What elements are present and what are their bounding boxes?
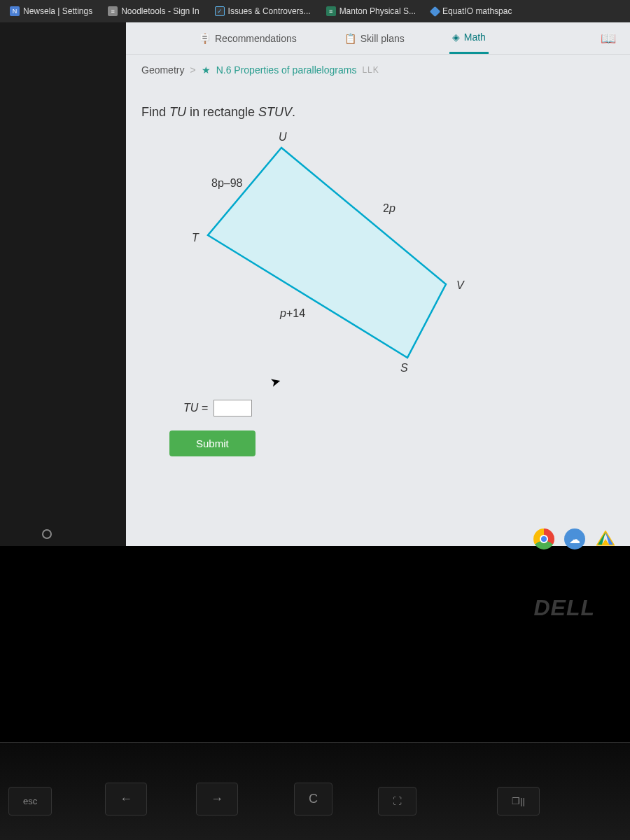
key-esc[interactable]: esc — [8, 787, 52, 816]
favicon-issues: ✓ — [215, 6, 225, 16]
rectangle-diagram: U T V S 8p–98 2p p+14 — [162, 127, 484, 393]
chrome-icon[interactable] — [533, 528, 554, 550]
tab-label: Noodletools - Sign In — [121, 6, 199, 16]
dell-logo: DELL — [533, 595, 595, 621]
tab-label: Newsela | Settings — [23, 6, 92, 16]
question-area: Find TU in rectangle STUV. U T V S 8p–98… — [126, 85, 630, 463]
cloud-app-icon[interactable]: ☁ — [564, 528, 585, 550]
tab-issues[interactable]: ✓ Issues & Controvers... — [211, 4, 315, 19]
nav-label: Skill plans — [360, 33, 405, 44]
key-forward[interactable]: → — [196, 783, 238, 816]
side-TS: p+14 — [280, 307, 305, 320]
nav-math[interactable]: ◈ Math — [449, 22, 489, 54]
submit-button[interactable]: Submit — [169, 430, 255, 456]
key-back[interactable]: ← — [105, 783, 147, 816]
site-nav: 🪧 Recommendations 📋 Skill plans ◈ Math 📖 — [126, 22, 630, 55]
star-icon: ★ — [202, 64, 211, 76]
tab-manton[interactable]: ≡ Manton Physical S... — [322, 4, 420, 19]
vertex-T: T — [192, 232, 199, 244]
tab-label: Issues & Controvers... — [228, 6, 311, 16]
breadcrumb-level: LLK — [362, 65, 379, 75]
signpost-icon: 🪧 — [199, 33, 211, 44]
q-shape: STUV — [258, 105, 292, 119]
favicon-noodletools: ≡ — [108, 6, 118, 16]
browser-tab-strip: N Newsela | Settings ≡ Noodletools - Sig… — [0, 0, 630, 22]
q-prefix: Find — [141, 105, 169, 119]
side-TU: 8p–98 — [211, 177, 243, 190]
rectangle-svg — [162, 127, 484, 393]
nav-label: Recommendations — [215, 33, 297, 44]
svg-marker-0 — [208, 148, 446, 358]
answer-label: TU = — [183, 402, 208, 414]
q-suffix: . — [292, 105, 295, 119]
tab-label: Manton Physical S... — [340, 6, 416, 16]
drive-icon[interactable] — [595, 528, 616, 550]
tab-equatio[interactable]: EquatIO mathspac — [427, 4, 516, 19]
shelf-launcher-icon[interactable] — [42, 529, 52, 539]
favicon-newsela: N — [10, 6, 20, 16]
vertex-V: V — [456, 279, 464, 292]
keyboard: esc ← → C ⛶ ❐|| — [0, 742, 630, 840]
left-dark-area — [0, 22, 126, 546]
screen-area: N Newsela | Settings ≡ Noodletools - Sig… — [0, 0, 630, 546]
breadcrumb-separator: > — [190, 64, 195, 76]
page-content: 🪧 Recommendations 📋 Skill plans ◈ Math 📖… — [126, 22, 630, 546]
key-fullscreen[interactable]: ⛶ — [378, 787, 416, 816]
favicon-equatio — [430, 6, 441, 17]
breadcrumb-skill[interactable]: N.6 Properties of parallelograms — [216, 64, 357, 76]
nav-label: Math — [464, 31, 486, 43]
compass-icon: ◈ — [452, 31, 460, 43]
key-overview[interactable]: ❐|| — [497, 787, 540, 816]
side-UV: 2p — [383, 202, 396, 215]
clipboard-icon: 📋 — [344, 33, 356, 44]
q-segment: TU — [169, 105, 186, 119]
answer-row: TU = — [183, 400, 615, 416]
answer-input[interactable] — [214, 400, 252, 416]
q-middle: in rectangle — [186, 105, 258, 119]
nav-skill-plans[interactable]: 📋 Skill plans — [342, 22, 407, 54]
shelf-icons: ☁ — [533, 528, 616, 550]
tab-noodletools[interactable]: ≡ Noodletools - Sign In — [104, 4, 203, 19]
nav-recommendations[interactable]: 🪧 Recommendations — [196, 22, 300, 54]
breadcrumb: Geometry > ★ N.6 Properties of parallelo… — [126, 55, 630, 85]
vertex-U: U — [279, 131, 287, 144]
tab-label: EquatIO mathspac — [442, 6, 512, 16]
favicon-manton: ≡ — [326, 6, 336, 16]
tab-newsela[interactable]: N Newsela | Settings — [6, 4, 97, 19]
book-icon[interactable]: 📖 — [601, 31, 616, 46]
question-text: Find TU in rectangle STUV. — [141, 105, 615, 120]
vertex-S: S — [400, 362, 408, 374]
breadcrumb-subject[interactable]: Geometry — [141, 64, 184, 76]
key-refresh[interactable]: C — [294, 783, 332, 816]
